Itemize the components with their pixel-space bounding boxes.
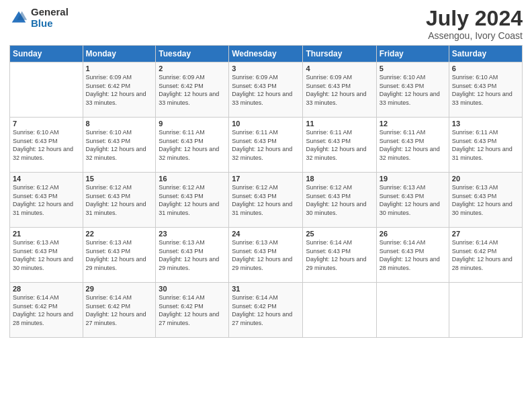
day-number: 4 [306, 64, 373, 73]
day-info: Sunrise: 6:13 AMSunset: 6:43 PMDaylight:… [232, 238, 300, 272]
calendar-cell: 11Sunrise: 6:11 AMSunset: 6:43 PMDayligh… [303, 118, 376, 173]
calendar-row-2: 7Sunrise: 6:10 AMSunset: 6:43 PMDaylight… [10, 118, 523, 173]
title-area: July 2024 Assengou, Ivory Coast [426, 7, 523, 41]
day-info: Sunrise: 6:09 AMSunset: 6:42 PMDaylight:… [159, 73, 226, 107]
day-number: 2 [159, 64, 226, 73]
calendar-cell: 8Sunrise: 6:10 AMSunset: 6:43 PMDaylight… [83, 118, 156, 173]
day-number: 6 [452, 64, 519, 73]
calendar-cell: 7Sunrise: 6:10 AMSunset: 6:43 PMDaylight… [10, 118, 83, 173]
day-number: 22 [86, 230, 153, 238]
calendar-cell: 25Sunrise: 6:14 AMSunset: 6:43 PMDayligh… [303, 228, 376, 283]
calendar-cell [376, 283, 449, 338]
day-info: Sunrise: 6:12 AMSunset: 6:43 PMDaylight:… [159, 183, 226, 217]
calendar-cell: 23Sunrise: 6:13 AMSunset: 6:43 PMDayligh… [156, 228, 229, 283]
day-info: Sunrise: 6:10 AMSunset: 6:43 PMDaylight:… [86, 128, 153, 162]
calendar-cell: 24Sunrise: 6:13 AMSunset: 6:43 PMDayligh… [229, 228, 303, 283]
day-info: Sunrise: 6:12 AMSunset: 6:43 PMDaylight:… [306, 183, 373, 217]
calendar-cell: 6Sunrise: 6:10 AMSunset: 6:43 PMDaylight… [449, 62, 522, 118]
calendar-row-3: 14Sunrise: 6:12 AMSunset: 6:43 PMDayligh… [10, 173, 523, 228]
calendar-cell [10, 62, 83, 118]
calendar-cell: 21Sunrise: 6:13 AMSunset: 6:43 PMDayligh… [10, 228, 83, 283]
day-info: Sunrise: 6:11 AMSunset: 6:43 PMDaylight:… [159, 128, 226, 162]
col-sunday: Sunday [10, 46, 83, 62]
day-number: 27 [452, 230, 519, 238]
day-info: Sunrise: 6:12 AMSunset: 6:43 PMDaylight:… [232, 183, 300, 217]
calendar-cell: 15Sunrise: 6:12 AMSunset: 6:43 PMDayligh… [83, 173, 156, 228]
calendar-cell: 31Sunrise: 6:14 AMSunset: 6:42 PMDayligh… [229, 283, 303, 338]
day-number: 11 [306, 120, 373, 128]
logo-general: General [31, 7, 69, 18]
calendar-cell: 4Sunrise: 6:09 AMSunset: 6:43 PMDaylight… [303, 62, 376, 118]
calendar-cell: 12Sunrise: 6:11 AMSunset: 6:43 PMDayligh… [376, 118, 449, 173]
calendar-cell [449, 283, 522, 338]
calendar-cell: 13Sunrise: 6:11 AMSunset: 6:43 PMDayligh… [449, 118, 522, 173]
day-info: Sunrise: 6:11 AMSunset: 6:43 PMDaylight:… [232, 128, 300, 162]
day-number: 10 [232, 120, 300, 128]
day-info: Sunrise: 6:14 AMSunset: 6:42 PMDaylight:… [159, 293, 226, 327]
day-info: Sunrise: 6:14 AMSunset: 6:43 PMDaylight:… [380, 238, 446, 272]
day-number: 29 [86, 285, 153, 293]
calendar-cell [303, 283, 376, 338]
day-info: Sunrise: 6:13 AMSunset: 6:43 PMDaylight:… [13, 238, 80, 272]
day-info: Sunrise: 6:10 AMSunset: 6:43 PMDaylight:… [13, 128, 80, 162]
day-info: Sunrise: 6:12 AMSunset: 6:43 PMDaylight:… [13, 183, 80, 217]
day-info: Sunrise: 6:09 AMSunset: 6:43 PMDaylight:… [232, 73, 300, 107]
day-number: 19 [380, 175, 446, 183]
calendar-table: Sunday Monday Tuesday Wednesday Thursday… [9, 45, 523, 338]
col-thursday: Thursday [303, 46, 376, 62]
col-wednesday: Wednesday [229, 46, 303, 62]
col-monday: Monday [83, 46, 156, 62]
calendar-cell: 3Sunrise: 6:09 AMSunset: 6:43 PMDaylight… [229, 62, 303, 118]
day-number: 30 [159, 285, 226, 293]
location-title: Assengou, Ivory Coast [426, 30, 523, 41]
day-info: Sunrise: 6:14 AMSunset: 6:43 PMDaylight:… [306, 238, 373, 272]
col-saturday: Saturday [449, 46, 522, 62]
day-number: 8 [86, 120, 153, 128]
calendar-row-1: 1Sunrise: 6:09 AMSunset: 6:42 PMDaylight… [10, 62, 523, 118]
day-number: 5 [380, 64, 446, 73]
calendar-cell: 16Sunrise: 6:12 AMSunset: 6:43 PMDayligh… [156, 173, 229, 228]
calendar-cell: 22Sunrise: 6:13 AMSunset: 6:43 PMDayligh… [83, 228, 156, 283]
day-info: Sunrise: 6:09 AMSunset: 6:42 PMDaylight:… [86, 73, 153, 107]
day-number: 17 [232, 175, 300, 183]
day-number: 14 [13, 175, 80, 183]
logo-text: General Blue [31, 7, 69, 29]
day-info: Sunrise: 6:11 AMSunset: 6:43 PMDaylight:… [380, 128, 446, 162]
day-info: Sunrise: 6:13 AMSunset: 6:43 PMDaylight:… [159, 238, 226, 272]
col-friday: Friday [376, 46, 449, 62]
calendar-cell: 28Sunrise: 6:14 AMSunset: 6:42 PMDayligh… [10, 283, 83, 338]
calendar-cell: 18Sunrise: 6:12 AMSunset: 6:43 PMDayligh… [303, 173, 376, 228]
day-number: 15 [86, 175, 153, 183]
day-info: Sunrise: 6:10 AMSunset: 6:43 PMDaylight:… [380, 73, 446, 107]
day-number: 7 [13, 120, 80, 128]
calendar-cell: 29Sunrise: 6:14 AMSunset: 6:42 PMDayligh… [83, 283, 156, 338]
day-number: 21 [13, 230, 80, 238]
col-tuesday: Tuesday [156, 46, 229, 62]
calendar-cell: 9Sunrise: 6:11 AMSunset: 6:43 PMDaylight… [156, 118, 229, 173]
day-number: 28 [13, 285, 80, 293]
day-info: Sunrise: 6:10 AMSunset: 6:43 PMDaylight:… [452, 73, 519, 107]
logo-blue: Blue [31, 18, 69, 30]
day-number: 24 [232, 230, 300, 238]
calendar-page: General Blue July 2024 Assengou, Ivory C… [0, 0, 532, 411]
day-number: 13 [452, 120, 519, 128]
day-number: 25 [306, 230, 373, 238]
day-number: 9 [159, 120, 226, 128]
calendar-cell: 27Sunrise: 6:14 AMSunset: 6:42 PMDayligh… [449, 228, 522, 283]
logo: General Blue [9, 7, 69, 29]
calendar-row-4: 21Sunrise: 6:13 AMSunset: 6:43 PMDayligh… [10, 228, 523, 283]
month-title: July 2024 [426, 7, 523, 30]
calendar-cell: 26Sunrise: 6:14 AMSunset: 6:43 PMDayligh… [376, 228, 449, 283]
day-number: 26 [380, 230, 446, 238]
calendar-cell: 14Sunrise: 6:12 AMSunset: 6:43 PMDayligh… [10, 173, 83, 228]
day-number: 20 [452, 175, 519, 183]
calendar-cell: 30Sunrise: 6:14 AMSunset: 6:42 PMDayligh… [156, 283, 229, 338]
day-info: Sunrise: 6:12 AMSunset: 6:43 PMDaylight:… [86, 183, 153, 217]
calendar-cell: 19Sunrise: 6:13 AMSunset: 6:43 PMDayligh… [376, 173, 449, 228]
day-info: Sunrise: 6:13 AMSunset: 6:43 PMDaylight:… [452, 183, 519, 217]
calendar-cell: 10Sunrise: 6:11 AMSunset: 6:43 PMDayligh… [229, 118, 303, 173]
day-info: Sunrise: 6:11 AMSunset: 6:43 PMDaylight:… [306, 128, 373, 162]
day-number: 3 [232, 64, 300, 73]
day-number: 31 [232, 285, 300, 293]
day-info: Sunrise: 6:14 AMSunset: 6:42 PMDaylight:… [452, 238, 519, 272]
